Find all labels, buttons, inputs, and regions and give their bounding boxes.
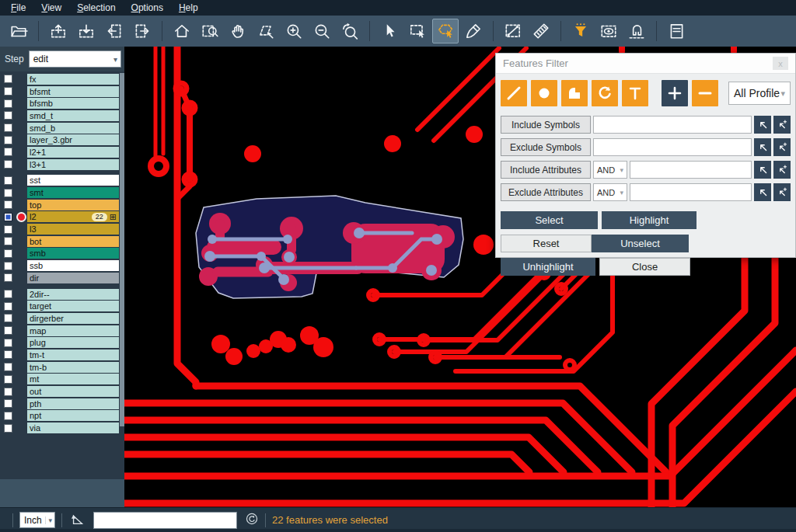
remove-filter-button[interactable] bbox=[692, 80, 718, 106]
exclude-attributes-pick-button[interactable] bbox=[754, 183, 771, 201]
layer-visibility-checkbox[interactable] bbox=[4, 75, 12, 83]
layer-name[interactable]: l3+1 bbox=[27, 159, 119, 170]
reset-button[interactable]: Reset bbox=[501, 235, 592, 252]
exclude-attributes-pick-add-button[interactable] bbox=[773, 183, 791, 201]
polygon-select-button[interactable] bbox=[432, 19, 459, 43]
home-button[interactable] bbox=[169, 19, 195, 43]
zoom-out-button[interactable] bbox=[309, 19, 335, 43]
layer-name[interactable]: npt bbox=[27, 410, 119, 421]
show-selection-button[interactable] bbox=[595, 19, 622, 43]
layer-name[interactable]: sst bbox=[27, 175, 119, 186]
angle-tool-icon[interactable] bbox=[70, 511, 86, 530]
layer-name[interactable]: mt bbox=[27, 374, 119, 384]
layer-name[interactable]: via bbox=[27, 422, 119, 433]
layer-visibility-checkbox[interactable] bbox=[4, 87, 12, 96]
layer-name[interactable]: ssb bbox=[27, 260, 119, 271]
layer-visibility-checkbox[interactable] bbox=[4, 148, 12, 156]
exclude-symbols-pick-add-button[interactable] bbox=[773, 138, 791, 156]
layer-visibility-checkbox[interactable] bbox=[4, 237, 12, 245]
close-button[interactable]: Close bbox=[599, 258, 690, 276]
layer-visibility-checkbox[interactable] bbox=[4, 213, 12, 221]
dialog-title-bar[interactable]: Features Filter x bbox=[496, 54, 795, 74]
layer-visibility-checkbox[interactable] bbox=[4, 326, 12, 335]
arc-tool-button[interactable] bbox=[592, 80, 618, 106]
text-tool-button[interactable] bbox=[622, 80, 648, 106]
pan-hand-button[interactable] bbox=[225, 19, 251, 43]
layer-name[interactable]: pth bbox=[27, 398, 119, 409]
layer-name[interactable]: dirgerber bbox=[27, 313, 119, 324]
layer-name[interactable]: fx bbox=[27, 74, 119, 85]
layer-name[interactable]: l2+1 bbox=[27, 147, 119, 158]
layer-name[interactable]: dir bbox=[27, 273, 119, 283]
layer-visibility-checkbox[interactable] bbox=[4, 176, 12, 185]
layer-visibility-checkbox[interactable] bbox=[4, 290, 12, 298]
line-tool-button[interactable] bbox=[501, 80, 527, 106]
unhighlight-button[interactable]: Unhighlight bbox=[501, 258, 595, 276]
layer-name[interactable]: smd_t bbox=[27, 110, 119, 121]
include-attributes-pick-button[interactable] bbox=[754, 161, 771, 179]
layer-visibility-checkbox[interactable] bbox=[4, 189, 12, 197]
layer-visibility-checkbox[interactable] bbox=[4, 200, 12, 209]
layer-visibility-checkbox[interactable] bbox=[4, 249, 12, 258]
surface-tool-button[interactable] bbox=[561, 80, 588, 106]
layer-name[interactable]: l3 bbox=[27, 224, 119, 235]
layer-name[interactable]: out bbox=[27, 386, 119, 397]
exclude-symbols-input[interactable] bbox=[593, 138, 752, 156]
menu-selection[interactable]: Selection bbox=[69, 1, 123, 15]
layer-name[interactable]: smt bbox=[27, 187, 119, 198]
layer-list-scrollbar[interactable] bbox=[120, 73, 124, 426]
menu-view[interactable]: View bbox=[33, 1, 69, 15]
layer-name[interactable]: tm-t bbox=[27, 349, 119, 360]
layer-visibility-checkbox[interactable] bbox=[4, 123, 12, 132]
layer-name[interactable]: top bbox=[27, 200, 119, 210]
layer-visibility-checkbox[interactable] bbox=[4, 225, 12, 234]
menu-options[interactable]: Options bbox=[124, 1, 171, 15]
unit-select[interactable]: Inch ▾ bbox=[19, 512, 55, 528]
highlight-button[interactable]: Highlight bbox=[602, 211, 696, 229]
layer-visibility-checkbox[interactable] bbox=[4, 136, 12, 144]
exclude-attributes-operator-select[interactable]: AND▾ bbox=[593, 183, 627, 201]
select-cursor-button[interactable] bbox=[376, 19, 403, 43]
include-attributes-input[interactable] bbox=[630, 161, 752, 179]
layer-name[interactable]: smd_b bbox=[27, 123, 119, 134]
panel-down-button[interactable] bbox=[73, 19, 100, 43]
profile-select[interactable]: All Profile▾ bbox=[728, 82, 791, 105]
layer-visibility-checkbox[interactable] bbox=[4, 399, 12, 408]
exclude-attributes-input[interactable] bbox=[630, 183, 752, 201]
menu-help[interactable]: Help bbox=[171, 1, 206, 15]
layer-visibility-checkbox[interactable] bbox=[4, 350, 12, 359]
add-filter-button[interactable] bbox=[662, 80, 688, 106]
layer-visibility-checkbox[interactable] bbox=[4, 262, 12, 270]
refresh-icon[interactable] bbox=[245, 512, 259, 529]
include-attributes-pick-add-button[interactable] bbox=[773, 161, 791, 179]
layer-name[interactable]: smb bbox=[27, 248, 119, 259]
ruler-button[interactable] bbox=[528, 19, 554, 43]
rect-select-button[interactable] bbox=[404, 19, 431, 43]
zoom-in-button[interactable] bbox=[281, 19, 307, 43]
zoom-previous-button[interactable] bbox=[337, 19, 363, 43]
panel-up-button[interactable] bbox=[45, 19, 72, 43]
include-symbols-input[interactable] bbox=[593, 116, 752, 134]
active-layer-indicator[interactable] bbox=[18, 214, 25, 221]
layer-visibility-checkbox[interactable] bbox=[4, 273, 12, 282]
layer-visibility-checkbox[interactable] bbox=[4, 375, 12, 384]
layer-name[interactable]: target bbox=[27, 301, 119, 311]
dialog-close-button[interactable]: x bbox=[773, 57, 788, 70]
pad-tool-button[interactable] bbox=[531, 80, 557, 106]
layer-name[interactable]: bfsmb bbox=[27, 98, 119, 109]
layer-visibility-checkbox[interactable] bbox=[4, 314, 12, 322]
unselect-button[interactable]: Unselect bbox=[592, 235, 689, 252]
layer-name[interactable]: bfsmt bbox=[27, 86, 119, 97]
layer-visibility-checkbox[interactable] bbox=[4, 339, 12, 347]
layer-name[interactable]: bot bbox=[27, 236, 119, 247]
measure-distance-button[interactable] bbox=[500, 19, 526, 43]
layers-panel-button[interactable] bbox=[663, 19, 690, 43]
layer-name[interactable]: tm-b bbox=[27, 362, 119, 373]
include-attributes-button[interactable]: Include Attributes bbox=[501, 161, 591, 179]
folder-open-button[interactable] bbox=[5, 19, 32, 43]
step-select[interactable]: edit ▾ bbox=[29, 50, 121, 68]
features-filter-button[interactable] bbox=[567, 19, 594, 43]
layer-name[interactable]: 2dir-- bbox=[27, 289, 119, 300]
menu-file[interactable]: File bbox=[3, 1, 33, 15]
zoom-window-button[interactable] bbox=[197, 19, 223, 43]
